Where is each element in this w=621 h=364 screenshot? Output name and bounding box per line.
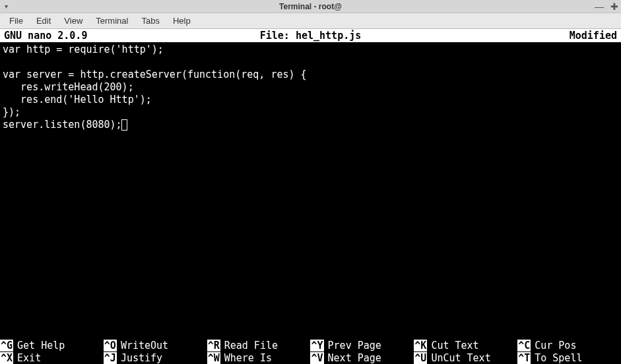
nano-status-bar: GNU nano 2.0.9 File: hel_http.js Modifie… [0, 29, 621, 42]
code-line: res.writeHead(200); [3, 81, 134, 93]
maximize-button[interactable]: ✚ [610, 2, 618, 11]
code-line: var http = require('http'); [3, 44, 164, 55]
menu-view[interactable]: View [57, 15, 89, 27]
menu-file[interactable]: File [3, 15, 30, 27]
code-line: res.end('Hello Http'); [3, 94, 152, 106]
nano-editor-area[interactable]: var http = require('http'); var server =… [0, 42, 621, 339]
nano-version: GNU nano 2.0.9 [4, 30, 87, 42]
code-line: var server = http.createServer(function(… [3, 69, 307, 80]
text-cursor [121, 119, 127, 131]
menu-terminal[interactable]: Terminal [89, 15, 135, 27]
window-title: Terminal - root@ [0, 2, 621, 11]
shortcut-writeout[interactable]: ^OWriteOut [104, 340, 207, 351]
menu-edit[interactable]: Edit [30, 15, 57, 27]
nano-filename: File: hel_http.js [0, 30, 621, 42]
window-titlebar: ▾ Terminal - root@ — ✚ [0, 0, 621, 13]
shortcut-cut-text[interactable]: ^KCut Text [414, 340, 517, 351]
shortcut-cur-pos[interactable]: ^CCur Pos [517, 340, 621, 351]
shortcut-get-help[interactable]: ^GGet Help [0, 340, 104, 351]
shortcut-next-page[interactable]: ^VNext Page [310, 352, 414, 364]
shortcut-justify[interactable]: ^JJustify [104, 352, 207, 364]
nano-modified-indicator: Modified [570, 30, 617, 42]
shortcut-exit[interactable]: ^XExit [0, 352, 104, 364]
shortcut-uncut-text[interactable]: ^UUnCut Text [414, 352, 517, 364]
shortcut-prev-page[interactable]: ^YPrev Page [310, 340, 414, 351]
shortcut-read-file[interactable]: ^RRead File [207, 340, 311, 351]
window-controls: — ✚ [595, 2, 618, 11]
application-menubar: File Edit View Terminal Tabs Help [0, 13, 621, 29]
shortcuts-row-1: ^GGet Help ^OWriteOut ^RRead File ^YPrev… [0, 339, 621, 351]
nano-shortcuts-bar: ^GGet Help ^OWriteOut ^RRead File ^YPrev… [0, 339, 621, 364]
window-menu-dropdown[interactable]: ▾ [0, 3, 12, 10]
menu-tabs[interactable]: Tabs [135, 15, 166, 27]
shortcut-to-spell[interactable]: ^TTo Spell [517, 352, 621, 364]
menu-help[interactable]: Help [166, 15, 197, 27]
minimize-button[interactable]: — [595, 2, 604, 11]
code-line: }); [3, 106, 20, 118]
shortcuts-row-2: ^XExit ^JJustify ^WWhere Is ^VNext Page … [0, 351, 621, 364]
shortcut-where-is[interactable]: ^WWhere Is [207, 352, 311, 364]
code-line: server.listen(8080); [3, 119, 122, 131]
